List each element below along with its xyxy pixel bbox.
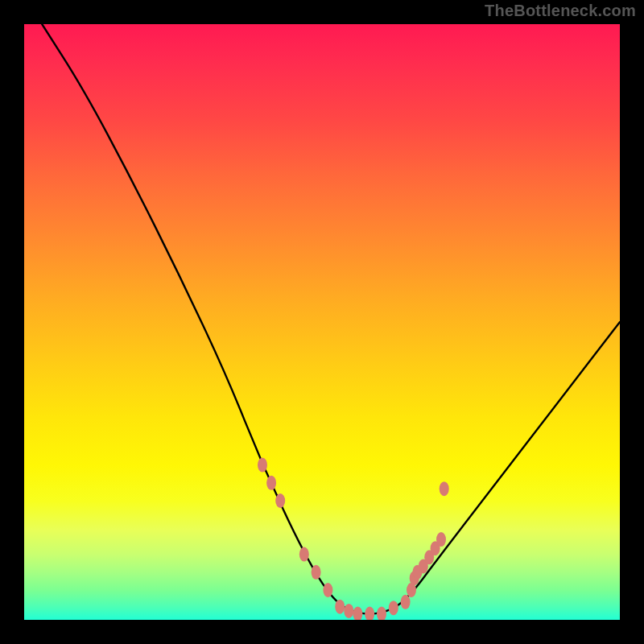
threshold-marker (258, 458, 267, 473)
threshold-marker (335, 600, 345, 614)
threshold-marker (344, 604, 353, 618)
main-curve (42, 24, 620, 614)
threshold-marker (436, 532, 446, 547)
chart-frame: TheBottleneck.com (0, 0, 644, 644)
threshold-markers (258, 458, 449, 620)
threshold-marker (266, 476, 276, 490)
plot-area (24, 24, 620, 620)
threshold-marker (275, 493, 285, 508)
threshold-marker (312, 565, 321, 580)
threshold-marker (401, 595, 411, 609)
threshold-marker (377, 607, 386, 620)
threshold-marker (365, 607, 374, 620)
watermark-text: TheBottleneck.com (485, 2, 636, 20)
threshold-marker (323, 583, 332, 597)
threshold-marker (299, 547, 309, 562)
chart-svg (24, 24, 620, 620)
threshold-marker (353, 607, 362, 620)
threshold-marker (389, 601, 398, 615)
threshold-marker (440, 481, 449, 496)
